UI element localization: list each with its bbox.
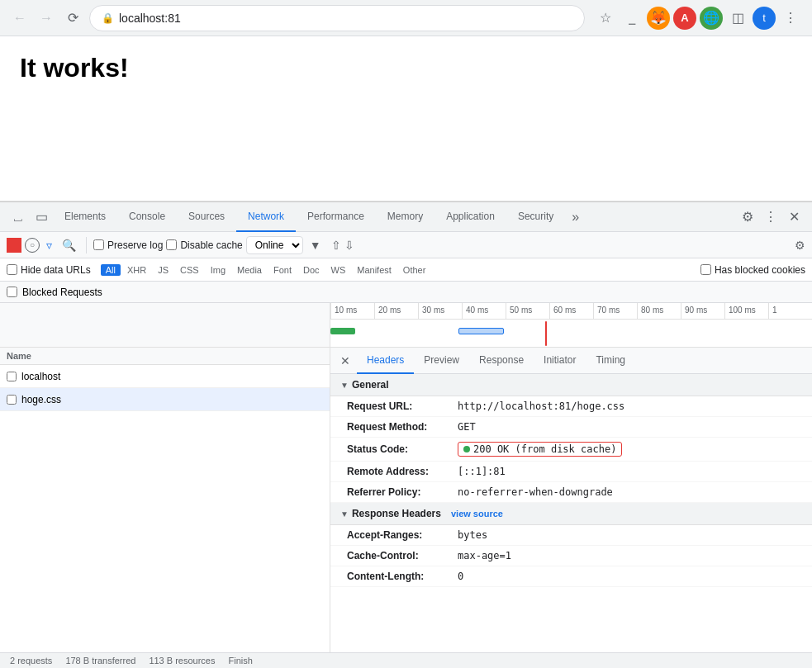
filter-type-ws[interactable]: WS	[326, 264, 351, 276]
devtools-settings-button[interactable]: ⚙	[736, 206, 759, 229]
request-url-label: Request URL:	[347, 400, 454, 412]
referrer-policy-label: Referrer Policy:	[347, 486, 454, 498]
menu-icon[interactable]: ⋮	[779, 7, 802, 30]
extension-globe-icon[interactable]: 🌐	[700, 7, 723, 30]
tab-elements[interactable]: Elements	[53, 202, 117, 232]
timeline-right: 10 ms 20 ms 30 ms 40 ms 50 ms 60 ms 70 m…	[330, 303, 812, 347]
referrer-policy-value: no-referrer-when-downgrade	[458, 486, 613, 498]
disable-cache-checkbox[interactable]	[166, 239, 177, 250]
extensions-icon[interactable]: ◫	[726, 7, 749, 30]
panel-tab-timing[interactable]: Timing	[586, 348, 635, 374]
timeline-bar-green	[330, 328, 355, 334]
response-headers-section-header[interactable]: ▼ Response Headers view source	[330, 503, 812, 525]
filter-bar: Hide data URLs All XHR JS CSS Img Media …	[0, 258, 812, 282]
star-icon[interactable]: ☆	[594, 7, 617, 30]
filter-type-xhr[interactable]: XHR	[122, 264, 151, 276]
network-toolbar: ○ ▿ 🔍 Preserve log Disable cache Online …	[0, 232, 812, 258]
search-icon[interactable]: 🔍	[59, 237, 79, 253]
accept-ranges-row: Accept-Ranges: bytes	[330, 525, 812, 546]
filter-type-manifest[interactable]: Manifest	[352, 264, 397, 276]
timeline: 10 ms 20 ms 30 ms 40 ms 50 ms 60 ms 70 m…	[0, 303, 812, 348]
request-method-row: Request Method: GET	[330, 417, 812, 438]
extension-fox-icon[interactable]: 🦊	[647, 7, 670, 30]
tab-console[interactable]: Console	[117, 202, 177, 232]
tick-10ms: 10 ms	[330, 303, 374, 319]
content-length-row: Content-Length: 0	[330, 566, 812, 587]
device-toolbar-button[interactable]: ▭	[30, 206, 53, 229]
avatar-icon[interactable]: t	[753, 7, 776, 30]
panel-tab-preview[interactable]: Preview	[414, 348, 469, 374]
panel-close-button[interactable]: ✕	[337, 353, 354, 369]
extension-a-icon[interactable]: A	[673, 7, 696, 30]
filter-type-js[interactable]: JS	[153, 264, 173, 276]
tab-application[interactable]: Application	[434, 202, 506, 232]
throttling-select[interactable]: Online	[246, 236, 303, 254]
file-row-hogecss[interactable]: hoge.css	[0, 388, 330, 411]
tick-20ms: 20 ms	[374, 303, 418, 319]
devtools-close-button[interactable]: ✕	[782, 206, 805, 229]
filter-type-other[interactable]: Other	[398, 264, 431, 276]
response-headers-arrow: ▼	[340, 509, 349, 519]
omnibox[interactable]: 🔒 localhost:81	[89, 5, 585, 31]
panel-tab-response[interactable]: Response	[469, 348, 534, 374]
devtools-more-button[interactable]: ⋮	[759, 206, 782, 229]
cache-control-label: Cache-Control:	[347, 550, 454, 561]
file-checkbox-localhost[interactable]	[7, 372, 17, 381]
back-button[interactable]: ←	[10, 8, 30, 28]
filter-type-img[interactable]: Img	[206, 264, 230, 276]
request-method-value: GET	[458, 421, 476, 433]
filter-type-all[interactable]: All	[101, 264, 121, 276]
file-checkbox-hogecss[interactable]	[7, 395, 17, 405]
stop-button[interactable]: ○	[25, 238, 40, 253]
import-button[interactable]: ⇧	[331, 239, 341, 252]
devtools-panel: ⎵ ▭ Elements Console Sources Network Per…	[0, 201, 812, 668]
accept-ranges-value: bytes	[458, 529, 487, 541]
requests-count: 2 requests	[10, 656, 52, 666]
panel-tab-initiator[interactable]: Initiator	[534, 348, 586, 374]
extension-tampermonkey-icon[interactable]: ⎯	[620, 7, 643, 30]
preserve-log-checkbox[interactable]	[93, 239, 104, 250]
timeline-bar-blue	[458, 328, 504, 334]
remote-address-label: Remote Address:	[347, 466, 454, 477]
filter-type-css[interactable]: CSS	[175, 264, 204, 276]
tab-performance[interactable]: Performance	[296, 202, 376, 232]
tab-security[interactable]: Security	[506, 202, 565, 232]
reload-button[interactable]: ⟳	[63, 8, 83, 28]
tab-network[interactable]: Network	[236, 202, 296, 232]
page-content: It works!	[0, 36, 812, 201]
record-button[interactable]	[7, 238, 21, 253]
tick-80ms: 80 ms	[637, 303, 681, 319]
tab-sources[interactable]: Sources	[177, 202, 236, 232]
filter-type-doc[interactable]: Doc	[298, 264, 325, 276]
tab-memory[interactable]: Memory	[376, 202, 434, 232]
remote-address-row: Remote Address: [::1]:81	[330, 462, 812, 482]
hide-data-urls-label[interactable]: Hide data URLs	[7, 264, 91, 276]
view-source-link[interactable]: view source	[451, 509, 503, 519]
forward-button[interactable]: →	[36, 8, 56, 28]
file-name-localhost: localhost	[21, 371, 60, 382]
network-settings-button[interactable]: ⚙	[795, 239, 805, 252]
filter-type-media[interactable]: Media	[232, 264, 267, 276]
hide-data-urls-checkbox[interactable]	[7, 264, 17, 275]
filter-icon[interactable]: ▿	[43, 237, 55, 253]
timeline-bars	[330, 320, 812, 347]
content-length-value: 0	[458, 571, 463, 582]
filter-type-font[interactable]: Font	[268, 264, 297, 276]
has-blocked-cookies-label[interactable]: Has blocked cookies	[700, 264, 805, 276]
preserve-log-checkbox-label[interactable]: Preserve log	[93, 239, 163, 251]
timeline-ruler: 10 ms 20 ms 30 ms 40 ms 50 ms 60 ms 70 m…	[330, 303, 812, 320]
tick-90ms: 90 ms	[681, 303, 724, 319]
file-row-localhost[interactable]: localhost	[0, 365, 330, 388]
tick-end: 1	[768, 303, 812, 319]
chevron-down-icon[interactable]: ▼	[310, 239, 321, 252]
has-blocked-cookies-checkbox[interactable]	[700, 264, 711, 275]
export-button[interactable]: ⇩	[344, 239, 354, 252]
disable-cache-checkbox-label[interactable]: Disable cache	[166, 239, 242, 251]
panel-tab-headers[interactable]: Headers	[357, 348, 414, 374]
inspect-element-button[interactable]: ⎵	[7, 206, 30, 229]
page-title: It works!	[20, 53, 792, 83]
blocked-requests-checkbox[interactable]	[7, 287, 17, 297]
url-display: localhost:81	[119, 12, 181, 25]
more-tabs-button[interactable]: »	[565, 206, 586, 228]
general-section-header[interactable]: ▼ General	[330, 374, 812, 396]
